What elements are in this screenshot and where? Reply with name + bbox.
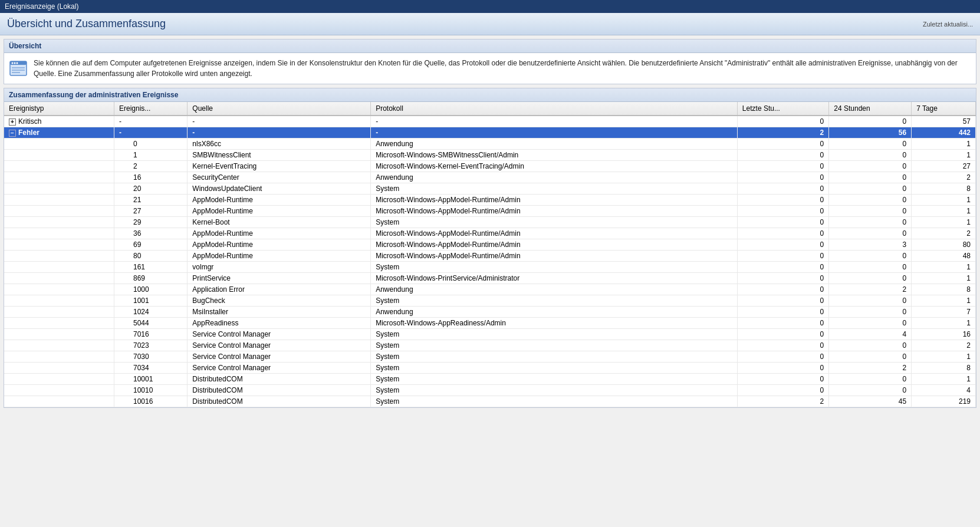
table-row[interactable]: 16 SecurityCenter Anwendung 0 0 2 bbox=[4, 172, 976, 183]
cell-protokoll-fehler: - bbox=[371, 127, 738, 139]
cell-24h-sub: 0 bbox=[829, 172, 912, 183]
cell-letzte-sub: 0 bbox=[737, 284, 828, 295]
cell-protokoll-sub: Anwendung bbox=[371, 284, 738, 295]
cell-typ-sub bbox=[4, 374, 114, 385]
table-row[interactable]: 7034 Service Control Manager System 0 2 … bbox=[4, 363, 976, 374]
cell-quelle-sub: PrintService bbox=[188, 273, 371, 284]
cell-id-sub: 161 bbox=[114, 262, 188, 273]
cell-letzte-sub: 0 bbox=[737, 251, 828, 262]
svg-rect-2 bbox=[12, 67, 25, 68]
last-update-label: Zuletzt aktualisi... bbox=[923, 21, 973, 28]
cell-letzte: 0 bbox=[737, 116, 828, 127]
cell-24h-sub: 0 bbox=[829, 295, 912, 307]
table-row[interactable]: 80 AppModel-Runtime Microsoft-Windows-Ap… bbox=[4, 251, 976, 262]
cell-7tage-sub: 1 bbox=[912, 351, 976, 363]
cell-7tage-sub: 4 bbox=[912, 385, 976, 396]
table-row[interactable]: 5044 AppReadiness Microsoft-Windows-AppR… bbox=[4, 318, 976, 329]
cell-letzte-sub: 0 bbox=[737, 363, 828, 374]
title-bar-label: Ereignisanzeige (Lokal) bbox=[5, 2, 78, 11]
col-header-id: Ereignis... bbox=[114, 102, 188, 116]
cell-24h-sub: 0 bbox=[829, 150, 912, 161]
cell-letzte-sub: 0 bbox=[737, 329, 828, 340]
table-row[interactable]: 1001 BugCheck System 0 0 1 bbox=[4, 295, 976, 307]
cell-7tage-sub: 1 bbox=[912, 295, 976, 307]
cell-24h-sub: 0 bbox=[829, 374, 912, 385]
cell-id-sub: 69 bbox=[114, 239, 188, 251]
cell-letzte-sub: 0 bbox=[737, 161, 828, 172]
col-header-letzteStu: Letzte Stu... bbox=[737, 102, 828, 116]
table-row[interactable]: 36 AppModel-Runtime Microsoft-Windows-Ap… bbox=[4, 228, 976, 239]
table-row[interactable]: 29 Kernel-Boot System 0 0 1 bbox=[4, 217, 976, 228]
cell-id-sub: 1024 bbox=[114, 307, 188, 318]
cell-id-sub: 7023 bbox=[114, 340, 188, 351]
cell-7tage-fehler: 442 bbox=[912, 127, 976, 139]
table-row[interactable]: 1024 MsiInstaller Anwendung 0 0 7 bbox=[4, 307, 976, 318]
cell-typ-sub bbox=[4, 228, 114, 239]
cell-24h-sub: 0 bbox=[829, 385, 912, 396]
cell-letzte-sub: 0 bbox=[737, 183, 828, 195]
cell-7tage-sub: 1 bbox=[912, 195, 976, 206]
table-row[interactable]: 10001 DistributedCOM System 0 0 1 bbox=[4, 374, 976, 385]
cell-24h-sub: 0 bbox=[829, 307, 912, 318]
cell-typ-sub bbox=[4, 239, 114, 251]
cell-protokoll-sub: Anwendung bbox=[371, 307, 738, 318]
cell-protokoll-sub: System bbox=[371, 385, 738, 396]
title-bar: Ereignisanzeige (Lokal) bbox=[0, 0, 980, 13]
cell-typ-sub bbox=[4, 183, 114, 195]
cell-24h-sub: 3 bbox=[829, 239, 912, 251]
table-row[interactable]: 21 AppModel-Runtime Microsoft-Windows-Ap… bbox=[4, 195, 976, 206]
cell-quelle-sub: DistributedCOM bbox=[188, 385, 371, 396]
table-row[interactable]: +Kritisch - - - 0 0 57 bbox=[4, 116, 976, 127]
summary-section: Zusammenfassung der administrativen Erei… bbox=[4, 88, 976, 408]
table-header-row: Ereignistyp Ereignis... Quelle Protokoll… bbox=[4, 102, 976, 116]
cell-7tage-sub: 219 bbox=[912, 396, 976, 407]
cell-typ-sub bbox=[4, 295, 114, 307]
cell-id-sub: 36 bbox=[114, 228, 188, 239]
cell-letzte-sub: 0 bbox=[737, 217, 828, 228]
cell-7tage-sub: 1 bbox=[912, 262, 976, 273]
cell-protokoll-sub: Microsoft-Windows-AppModel-Runtime/Admin bbox=[371, 206, 738, 217]
cell-24h-sub: 0 bbox=[829, 251, 912, 262]
table-row[interactable]: 161 volmgr System 0 0 1 bbox=[4, 262, 976, 273]
cell-letzte-sub: 0 bbox=[737, 228, 828, 239]
table-row[interactable]: 7023 Service Control Manager System 0 0 … bbox=[4, 340, 976, 351]
cell-typ-sub bbox=[4, 206, 114, 217]
table-row[interactable]: 7030 Service Control Manager System 0 0 … bbox=[4, 351, 976, 363]
cell-quelle: - bbox=[188, 116, 371, 127]
cell-quelle-sub: MsiInstaller bbox=[188, 307, 371, 318]
cell-protokoll-sub: System bbox=[371, 351, 738, 363]
table-row[interactable]: 1000 Application Error Anwendung 0 2 8 bbox=[4, 284, 976, 295]
table-row[interactable]: 0 nlsX86cc Anwendung 0 0 1 bbox=[4, 139, 976, 150]
page-title: Übersicht und Zusammenfassung bbox=[7, 18, 166, 30]
table-row-fehler[interactable]: −Fehler - - - 2 56 442 bbox=[4, 127, 976, 139]
table-row[interactable]: 7016 Service Control Manager System 0 4 … bbox=[4, 329, 976, 340]
expand-icon[interactable]: + bbox=[9, 118, 16, 126]
svg-rect-3 bbox=[12, 70, 25, 71]
cell-letzte-sub: 0 bbox=[737, 139, 828, 150]
cell-id-sub: 10010 bbox=[114, 385, 188, 396]
table-row[interactable]: 1 SMBWitnessClient Microsoft-Windows-SMB… bbox=[4, 150, 976, 161]
cell-7tage-sub: 2 bbox=[912, 228, 976, 239]
table-row[interactable]: 20 WindowsUpdateClient System 0 0 8 bbox=[4, 183, 976, 195]
table-row[interactable]: 869 PrintService Microsoft-Windows-Print… bbox=[4, 273, 976, 284]
cell-protokoll-sub: Microsoft-Windows-AppReadiness/Admin bbox=[371, 318, 738, 329]
cell-typ-sub bbox=[4, 396, 114, 407]
table-row[interactable]: 10010 DistributedCOM System 0 0 4 bbox=[4, 385, 976, 396]
cell-quelle-sub: volmgr bbox=[188, 262, 371, 273]
cell-letzte-sub: 0 bbox=[737, 307, 828, 318]
cell-typ-sub bbox=[4, 217, 114, 228]
cell-id-sub: 20 bbox=[114, 183, 188, 195]
cell-quelle-sub: Service Control Manager bbox=[188, 329, 371, 340]
table-row[interactable]: 2 Kernel-EventTracing Microsoft-Windows-… bbox=[4, 161, 976, 172]
col-header-h24: 24 Stunden bbox=[829, 102, 912, 116]
cell-quelle-sub: WindowsUpdateClient bbox=[188, 183, 371, 195]
table-row[interactable]: 69 AppModel-Runtime Microsoft-Windows-Ap… bbox=[4, 239, 976, 251]
table-row[interactable]: 10016 DistributedCOM System 2 45 219 bbox=[4, 396, 976, 407]
collapse-icon[interactable]: − bbox=[9, 130, 16, 137]
cell-letzte-sub: 0 bbox=[737, 262, 828, 273]
cell-letzte-sub: 0 bbox=[737, 273, 828, 284]
cell-letzte-fehler: 2 bbox=[737, 127, 828, 139]
table-row[interactable]: 27 AppModel-Runtime Microsoft-Windows-Ap… bbox=[4, 206, 976, 217]
cell-letzte-sub: 0 bbox=[737, 318, 828, 329]
cell-typ-sub bbox=[4, 284, 114, 295]
